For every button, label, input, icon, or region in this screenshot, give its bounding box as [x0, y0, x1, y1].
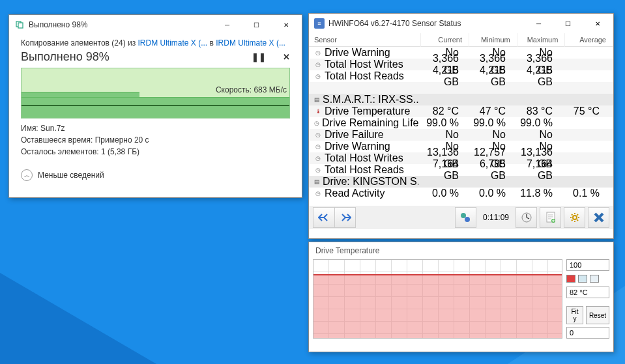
maximum-value: 4,215 GB: [512, 64, 559, 88]
source-link[interactable]: IRDM Ultimate X (...: [138, 38, 208, 48]
sensor-row[interactable]: ◷Drive FailureNoNoNo: [309, 129, 613, 141]
report-button[interactable]: [540, 207, 561, 228]
maximize-button[interactable]: ☐: [553, 14, 583, 33]
titlebar[interactable]: Выполнено 98% ─ ☐ ✕: [9, 15, 302, 35]
items-value: 1 (5,38 ГБ): [101, 147, 139, 156]
hwinfo-window: ≡ HWiNFO64 v6.27-4170 Sensor Status ─ ☐ …: [308, 13, 614, 239]
col-maximum[interactable]: Maximum: [517, 33, 565, 47]
svg-point-2: [461, 213, 466, 218]
copy-text: в: [207, 38, 216, 48]
col-minimum[interactable]: Minimum: [469, 33, 517, 47]
sensor-name: Drive Temperature: [325, 105, 410, 117]
wallpaper-accent: [0, 273, 156, 364]
reset-button[interactable]: Reset: [586, 306, 609, 324]
clock-icon: ◷: [314, 119, 319, 127]
minimum-value: 99.0 %: [465, 117, 512, 129]
close-button[interactable]: ✕: [583, 14, 612, 33]
dest-link[interactable]: IRDM Ultimate X (...: [216, 38, 285, 48]
log-button[interactable]: [455, 207, 476, 228]
time-label: Оставшееся время:: [21, 135, 95, 145]
chart-controls: Fit y Reset: [566, 259, 609, 339]
series-swatch-2[interactable]: [578, 275, 587, 283]
sensor-name: Drive: KINGSTON S...: [323, 176, 418, 188]
minimum-value: 47 °C: [465, 105, 512, 117]
speed-label: Скорость: 683 МБ/с: [216, 85, 287, 94]
sensor-name: Total Host Writes: [325, 152, 403, 164]
settings-button[interactable]: [564, 207, 585, 228]
maximum-value: No: [512, 129, 559, 141]
close-tool-button[interactable]: [588, 207, 609, 228]
clock-icon: ◷: [314, 49, 322, 57]
name-label: Имя:: [21, 124, 40, 133]
sensor-name: Total Host Reads: [325, 164, 404, 176]
sensor-name: Drive Warning: [325, 141, 390, 152]
close-button[interactable]: ✕: [271, 16, 300, 34]
temperature-chart-window: Drive Temperature Fit y Reset: [308, 242, 614, 352]
name-value: Sun.7z: [40, 124, 65, 133]
hwinfo-icon: ≡: [314, 18, 325, 29]
average-value: 75 °C: [559, 105, 606, 117]
nav-back-button[interactable]: [313, 207, 334, 228]
sensor-name: S.M.A.R.T.: IRX-SS...: [323, 94, 418, 105]
sensor-name: Drive Warning: [325, 47, 390, 59]
copy-text: Копирование элементов (24) из: [21, 38, 138, 48]
copy-progress-window: Выполнено 98% ─ ☐ ✕ Копирование элементо…: [8, 14, 302, 198]
cancel-button[interactable]: ✕: [283, 52, 290, 62]
sensor-row[interactable]: ◷Total Host Reads7,164 GB6,785 GB7,164 G…: [309, 164, 613, 176]
nav-forward-button[interactable]: [334, 207, 356, 228]
fewer-details-toggle[interactable]: ︿ Меньше сведений: [21, 169, 290, 181]
maximum-value: 11.8 %: [512, 188, 559, 199]
sensor-row[interactable]: ◷Drive Remaining Life99.0 %99.0 %99.0 %: [309, 117, 613, 129]
copy-summary-line: Копирование элементов (24) из IRDM Ultim…: [21, 38, 290, 48]
clock-icon: ◷: [314, 131, 322, 139]
minimize-button[interactable]: ─: [524, 14, 553, 33]
svg-point-3: [465, 217, 470, 222]
minimize-button[interactable]: ─: [212, 16, 242, 34]
fit-y-button[interactable]: Fit y: [566, 306, 583, 324]
col-sensor[interactable]: Sensor: [309, 33, 421, 47]
sensor-rows[interactable]: ◷Drive WarningNoNoNo◷Total Host Writes3,…: [309, 47, 613, 206]
col-current[interactable]: Current: [421, 33, 469, 47]
current-value: 4,215 GB: [418, 64, 465, 88]
sensor-row[interactable]: 🌡Drive Temperature82 °C47 °C83 °C75 °C: [309, 105, 613, 117]
window-title: HWiNFO64 v6.27-4170 Sensor Status: [328, 19, 524, 28]
maximum-value: 99.0 %: [512, 117, 559, 129]
clock-icon: ◷: [314, 166, 322, 174]
minimum-value: 0.0 %: [465, 188, 512, 199]
ymax-input[interactable]: [566, 259, 609, 271]
col-average[interactable]: Average: [565, 33, 613, 47]
clock-icon: ◷: [314, 61, 322, 68]
minimum-value: No: [465, 129, 512, 141]
sensor-row[interactable]: ◷Total Host Reads4,215 GB4,215 GB4,215 G…: [309, 70, 613, 82]
current-value: 7,164 GB: [418, 158, 465, 182]
pause-button[interactable]: ❚❚: [252, 52, 266, 62]
sensor-name: Drive Failure: [325, 129, 384, 141]
sensor-row[interactable]: ◷Read Activity0.0 %0.0 %11.8 %0.1 %: [309, 188, 613, 199]
svg-rect-1: [18, 23, 23, 28]
window-title: Выполнено 98%: [29, 20, 212, 29]
current-value: No: [418, 129, 465, 141]
average-value: 0.1 %: [559, 188, 606, 199]
copy-details: Имя: Sun.7z Оставшееся время: Примерно 2…: [21, 122, 290, 158]
ymin-input[interactable]: [566, 327, 609, 339]
temp-icon: 🌡: [314, 107, 322, 115]
maximize-button[interactable]: ☐: [242, 16, 271, 34]
sensor-name: Total Host Reads: [325, 70, 404, 82]
clock-icon: ◷: [314, 154, 322, 162]
titlebar[interactable]: ≡ HWiNFO64 v6.27-4170 Sensor Status ─ ☐ …: [309, 14, 613, 33]
current-value[interactable]: [566, 287, 609, 298]
clock-button[interactable]: [516, 207, 537, 228]
time-value: Примерно 20 с: [95, 135, 149, 145]
series-swatch-red[interactable]: [566, 275, 575, 283]
speed-chart: Скорость: 683 МБ/с: [21, 68, 290, 119]
current-value: 82 °C: [418, 105, 465, 117]
series-swatch-3[interactable]: [590, 275, 599, 283]
chevron-up-icon: ︿: [21, 169, 33, 181]
copy-icon: [14, 20, 25, 30]
temperature-chart[interactable]: [313, 259, 562, 339]
maximum-value: 83 °C: [512, 105, 559, 117]
sensor-section-row[interactable]: ▤S.M.A.R.T.: IRX-SS...: [309, 94, 613, 105]
clock-icon: ◷: [314, 143, 322, 150]
sensor-table: Sensor Current Minimum Maximum Average: [309, 33, 613, 47]
elapsed-time: 0:11:09: [483, 213, 509, 222]
